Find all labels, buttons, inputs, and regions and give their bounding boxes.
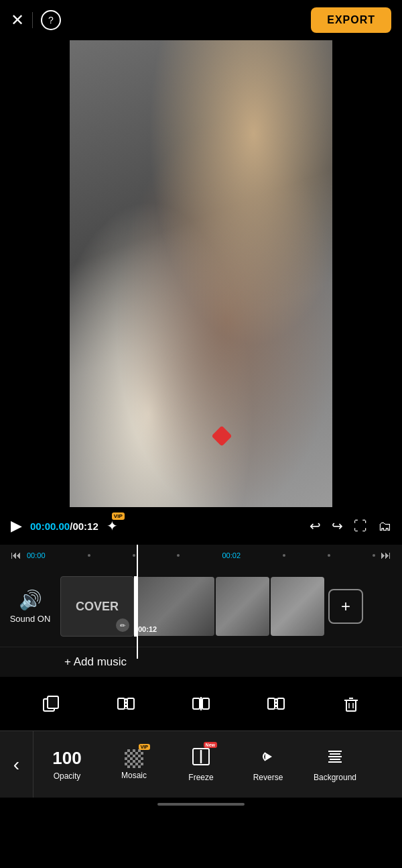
redo-button[interactable]: ↪ bbox=[332, 518, 343, 534]
opacity-label: Opacity bbox=[54, 771, 81, 781]
undo-button[interactable]: ↩ bbox=[310, 518, 321, 534]
freeze-icon bbox=[192, 747, 210, 766]
export-button[interactable]: EXPORT bbox=[311, 7, 391, 33]
copy-tool-button[interactable] bbox=[41, 694, 61, 714]
ruler-start-button[interactable]: ⏮ bbox=[11, 549, 21, 561]
back-icon: ‹ bbox=[13, 754, 19, 775]
play-button[interactable]: ▶ bbox=[11, 517, 22, 535]
divider bbox=[32, 12, 33, 28]
svg-rect-7 bbox=[202, 698, 209, 709]
home-indicator bbox=[0, 798, 402, 811]
time-display: 00:00.00/00:12 bbox=[30, 521, 98, 532]
playhead-line bbox=[137, 545, 138, 659]
video-clip-main[interactable]: 00:12 bbox=[134, 577, 214, 636]
back-button[interactable]: ‹ bbox=[0, 731, 34, 798]
ruler-time-0: 00:00 bbox=[27, 551, 46, 559]
cover-clip[interactable]: COVER ✏ bbox=[60, 576, 134, 637]
add-music-bar: + Add music bbox=[0, 647, 402, 677]
add-clip-button[interactable]: + bbox=[328, 589, 363, 624]
fullscreen-button[interactable]: ⛶ bbox=[354, 519, 367, 534]
top-bar-left: ✕ ? bbox=[11, 10, 61, 30]
video-clip-extra2[interactable] bbox=[271, 577, 324, 636]
cover-text: COVER bbox=[76, 600, 119, 614]
magic-icon: ✦ bbox=[107, 518, 118, 534]
background-icon-container bbox=[326, 747, 344, 770]
video-frame bbox=[70, 40, 332, 507]
background-icon bbox=[326, 747, 344, 766]
opacity-value: 100 bbox=[52, 748, 81, 769]
magic-tool-button[interactable]: ✦ VIP bbox=[107, 518, 118, 534]
menu-item-reverse[interactable]: Reverse bbox=[234, 742, 302, 788]
svg-rect-5 bbox=[193, 698, 200, 709]
ruler-end-button[interactable]: ⏭ bbox=[381, 549, 391, 561]
control-icons: ↩ ↪ ⛶ 🗂 bbox=[310, 518, 391, 534]
help-icon: ? bbox=[48, 15, 54, 25]
split-right-button[interactable] bbox=[266, 694, 286, 714]
add-music-label: + Add music bbox=[64, 655, 127, 669]
delete-tool-button[interactable] bbox=[341, 694, 361, 714]
split-left-button[interactable] bbox=[116, 694, 136, 714]
cover-edit-icon[interactable]: ✏ bbox=[116, 618, 129, 632]
save-button[interactable]: 🗂 bbox=[378, 519, 391, 534]
ruler-time-2: 00:02 bbox=[222, 551, 241, 559]
timeline-ruler: ⏮ 00:00 00:02 ⏭ bbox=[0, 545, 402, 566]
playback-bar: ▶ 00:00.00/00:12 ✦ VIP ↩ ↪ ⛶ 🗂 bbox=[0, 507, 402, 545]
svg-rect-11 bbox=[346, 700, 356, 711]
video-clips-track: 00:12 + bbox=[134, 576, 402, 637]
reverse-icon bbox=[259, 747, 277, 766]
bottom-menu: ‹ 100 Opacity VIP Mosaic New Freeze bbox=[0, 730, 402, 798]
ruler-dot-4 bbox=[283, 554, 285, 557]
mosaic-icon-container: VIP bbox=[125, 749, 143, 768]
sound-label: Sound ON bbox=[10, 614, 51, 624]
svg-rect-1 bbox=[48, 696, 58, 708]
background-label: Background bbox=[314, 773, 356, 782]
freeze-icon-container: New bbox=[192, 747, 210, 770]
svg-rect-8 bbox=[268, 698, 275, 709]
reverse-label: Reverse bbox=[253, 773, 283, 782]
menu-item-opacity[interactable]: 100 Opacity bbox=[34, 742, 100, 788]
help-button[interactable]: ? bbox=[41, 10, 61, 30]
add-music-button[interactable]: + Add music bbox=[64, 655, 391, 669]
mosaic-label: Mosaic bbox=[121, 771, 147, 780]
current-time: 00:00.00 bbox=[30, 521, 70, 532]
video-overlay bbox=[70, 40, 332, 507]
track-area: 🔊 Sound ON COVER ✏ 00:12 + bbox=[0, 566, 402, 647]
close-button[interactable]: ✕ bbox=[11, 12, 24, 28]
sound-icon: 🔊 bbox=[19, 589, 42, 611]
split-center-button[interactable] bbox=[191, 694, 211, 714]
sound-track[interactable]: 🔊 Sound ON bbox=[0, 589, 60, 624]
freeze-label: Freeze bbox=[188, 773, 213, 782]
home-bar bbox=[157, 803, 245, 806]
svg-rect-4 bbox=[127, 698, 134, 709]
ruler-dot-5 bbox=[328, 554, 330, 557]
video-clip-extra[interactable] bbox=[216, 577, 269, 636]
menu-item-freeze[interactable]: New Freeze bbox=[168, 742, 234, 788]
mosaic-vip-badge: VIP bbox=[139, 744, 150, 750]
total-time: 00:12 bbox=[72, 521, 98, 532]
top-bar: ✕ ? EXPORT bbox=[0, 0, 402, 40]
menu-item-background[interactable]: Background bbox=[302, 742, 368, 788]
menu-items: 100 Opacity VIP Mosaic New Freeze bbox=[34, 742, 402, 788]
vip-badge: VIP bbox=[112, 512, 125, 520]
reverse-icon-container bbox=[259, 747, 277, 770]
svg-rect-2 bbox=[118, 698, 125, 709]
mosaic-icon bbox=[125, 749, 143, 768]
ruler-dot-3 bbox=[177, 554, 180, 557]
menu-item-mosaic[interactable]: VIP Mosaic bbox=[100, 742, 168, 788]
ruler-track: 00:00 00:02 bbox=[21, 551, 381, 559]
tools-row bbox=[0, 677, 402, 730]
ruler-dot bbox=[88, 554, 90, 557]
ruler-dot-2 bbox=[133, 554, 135, 557]
svg-rect-10 bbox=[277, 698, 284, 709]
ruler-dot-6 bbox=[373, 554, 375, 557]
video-preview bbox=[70, 40, 332, 507]
freeze-new-badge: New bbox=[204, 742, 217, 748]
clip-duration: 00:12 bbox=[138, 625, 157, 633]
